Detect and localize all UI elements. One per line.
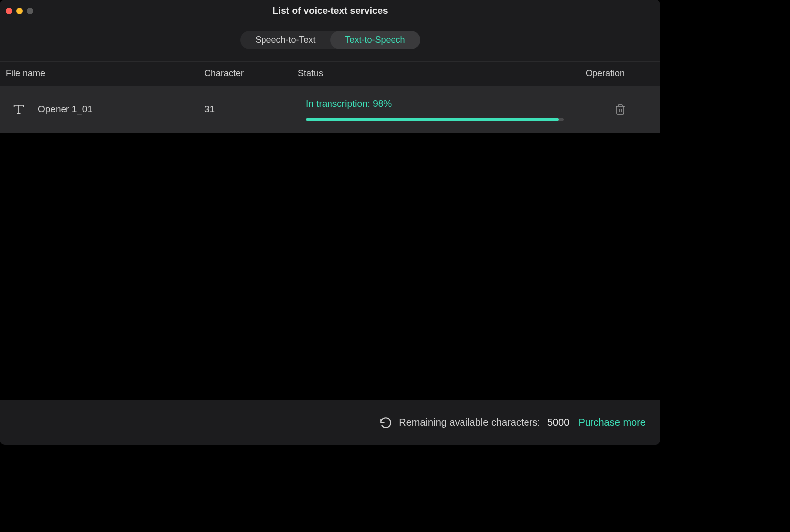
table-body: Opener 1_01 31 In transcription: 98%: [0, 86, 660, 400]
column-header-operation: Operation: [580, 68, 660, 79]
traffic-lights: [0, 8, 33, 14]
table-row: Opener 1_01 31 In transcription: 98%: [0, 86, 660, 133]
tab-bar: Speech-to-Text Text-to-Speech: [0, 22, 660, 61]
footer: Remaining available characters: 5000 Pur…: [0, 400, 660, 445]
trash-icon[interactable]: [614, 103, 626, 115]
progress-bar: [306, 118, 564, 121]
maximize-button[interactable]: [27, 8, 33, 14]
tab-speech-to-text[interactable]: Speech-to-Text: [240, 31, 330, 49]
column-header-character: Character: [198, 68, 292, 79]
progress-fill: [306, 118, 559, 121]
text-icon: [12, 102, 26, 116]
cell-operation: [580, 103, 660, 115]
refresh-icon[interactable]: [379, 416, 392, 429]
column-header-status: Status: [292, 68, 580, 79]
voice-text-window: List of voice-text services Speech-to-Te…: [0, 0, 660, 445]
titlebar: List of voice-text services: [0, 0, 660, 22]
cell-status: In transcription: 98%: [292, 98, 580, 121]
cell-filename: Opener 1_01: [0, 102, 198, 116]
column-header-filename: File name: [0, 68, 198, 79]
tab-group: Speech-to-Text Text-to-Speech: [240, 31, 420, 49]
table-header: File name Character Status Operation: [0, 61, 660, 86]
purchase-more-link[interactable]: Purchase more: [578, 417, 646, 428]
remaining-count: 5000: [547, 417, 570, 428]
tab-text-to-speech[interactable]: Text-to-Speech: [330, 31, 420, 49]
cell-character: 31: [198, 104, 292, 115]
status-text: In transcription: 98%: [306, 98, 580, 109]
minimize-button[interactable]: [16, 8, 23, 14]
filename-text: Opener 1_01: [38, 104, 93, 115]
close-button[interactable]: [6, 8, 12, 14]
window-title: List of voice-text services: [272, 5, 388, 16]
remaining-label: Remaining available characters:: [399, 417, 540, 428]
